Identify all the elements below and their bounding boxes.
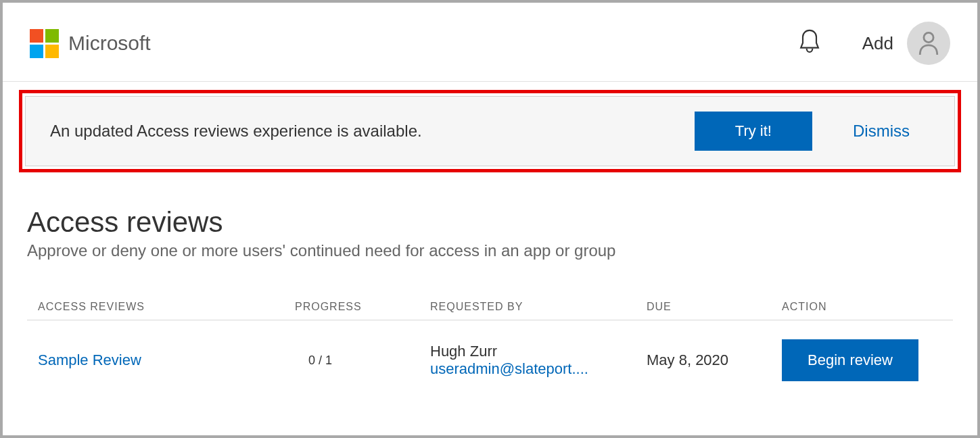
column-header-action: ACTION [782,301,942,313]
column-header-due: DUE [647,301,782,313]
access-reviews-table: ACCESS REVIEWS PROGRESS REQUESTED BY DUE… [27,301,953,381]
svg-point-0 [924,32,933,42]
main-content: Access reviews Approve or deny one or mo… [3,172,977,381]
table-row: Sample Review 0 / 1 Hugh Zurr useradmin@… [27,320,953,381]
requested-by-name: Hugh Zurr [430,343,647,360]
begin-review-button[interactable]: Begin review [782,339,918,381]
notifications-bell-icon[interactable] [797,28,822,58]
page-subtitle: Approve or deny one or more users' conti… [27,241,953,260]
dismiss-button[interactable]: Dismiss [853,122,930,141]
notification-banner-highlight: An updated Access reviews experience is … [19,90,961,172]
page-title: Access reviews [27,206,953,239]
column-header-requested-by: REQUESTED BY [430,301,647,313]
review-due-date: May 8, 2020 [647,351,728,368]
header-actions: Add [797,22,950,65]
banner-message: An updated Access reviews experience is … [50,122,681,141]
microsoft-logo-icon [30,29,59,58]
review-progress: 0 / 1 [295,354,332,367]
account-area[interactable]: Add [862,22,950,65]
header-bar: Microsoft Add [3,3,977,82]
banner-actions: Try it! Dismiss [695,112,930,151]
brand: Microsoft [30,29,151,58]
avatar-icon[interactable] [907,22,950,65]
add-label: Add [862,33,893,54]
notification-banner: An updated Access reviews experience is … [25,96,955,166]
requested-by-email-link[interactable]: useradmin@slateport.... [430,360,633,378]
review-name-link[interactable]: Sample Review [38,351,141,368]
column-header-name: ACCESS REVIEWS [38,301,295,313]
try-it-button[interactable]: Try it! [695,112,812,151]
table-header-row: ACCESS REVIEWS PROGRESS REQUESTED BY DUE… [27,301,953,320]
column-header-progress: PROGRESS [295,301,430,313]
brand-text: Microsoft [68,32,151,55]
